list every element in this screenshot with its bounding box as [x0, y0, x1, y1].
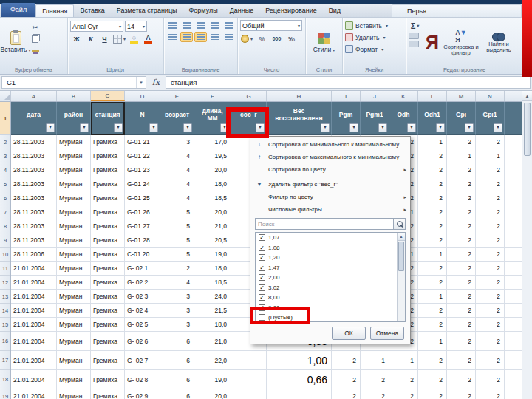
cell[interactable]: 28.11.2003 [11, 149, 57, 163]
cell[interactable]: 2 [447, 370, 476, 389]
cell[interactable]: G- 02 4 [125, 304, 160, 318]
row-number-13[interactable]: 13 [0, 290, 10, 304]
cell[interactable]: 2 [447, 262, 476, 276]
cell[interactable]: 2 [476, 318, 505, 332]
cell[interactable]: 2 [476, 248, 505, 262]
filter-dropdown-button[interactable]: ▼ [494, 123, 502, 132]
cell[interactable]: 21.01.2004 [11, 276, 57, 290]
checkbox-checked-icon[interactable]: ✓ [259, 284, 265, 291]
orientation-button[interactable] [208, 20, 221, 30]
header-cell-L[interactable]: Odh1▼ [418, 102, 447, 135]
cell[interactable]: 4 [160, 149, 194, 163]
cell[interactable]: 2 [476, 332, 505, 351]
cell[interactable]: 1 [389, 351, 418, 370]
cell[interactable]: 6 [160, 370, 194, 389]
row-number-14[interactable]: 14 [0, 304, 10, 318]
paste-button[interactable]: Вставить▾ [2, 20, 29, 65]
checkbox-checked-icon[interactable]: ✓ [259, 274, 265, 281]
cell[interactable]: 19,5 [194, 149, 231, 163]
cell[interactable]: Гремиха [91, 233, 125, 248]
cell[interactable]: 2 [418, 219, 447, 233]
checkbox-checked-icon[interactable]: ✓ [259, 294, 265, 301]
cell[interactable]: 2 [418, 389, 447, 399]
menu-number-filters[interactable]: Числовые фильтры▸ [250, 203, 410, 216]
cell[interactable]: 18,0 [194, 318, 231, 332]
cell[interactable]: 21.01.2004 [11, 332, 57, 351]
row-number-10[interactable]: 10 [0, 248, 10, 262]
cell[interactable]: 2 [160, 262, 194, 276]
cell[interactable]: 6 [160, 351, 194, 370]
copy-button[interactable] [29, 33, 41, 44]
ya-macro-button[interactable]: Я [423, 33, 441, 52]
header-cell-N[interactable]: Gpi1▼ [476, 102, 505, 135]
column-letter-I[interactable]: I [332, 91, 361, 101]
insert-cells-button[interactable]: Вставить▾ [345, 20, 403, 31]
cell[interactable]: 2 [476, 276, 505, 290]
styles-button[interactable]: Стили▾ [313, 33, 335, 53]
cell[interactable] [505, 389, 522, 399]
header-cell-A[interactable]: дата▼ [11, 102, 57, 135]
row-number-5[interactable]: 5 [0, 177, 10, 191]
cell[interactable]: Гремиха [91, 163, 125, 177]
cell[interactable]: Мурман [57, 205, 91, 219]
cell[interactable]: 4 [160, 276, 194, 290]
cell[interactable]: 28.11.2003 [11, 163, 57, 177]
cell[interactable]: 20,0 [194, 163, 231, 177]
tab-Файл[interactable]: Файл [1, 3, 35, 17]
column-letter-H[interactable]: H [267, 91, 332, 101]
cell[interactable]: Мурман [57, 191, 91, 205]
cell[interactable]: 2 [418, 177, 447, 191]
cell[interactable]: G- 02 3 [125, 290, 160, 304]
cell[interactable] [505, 219, 522, 233]
cell[interactable]: 2 [418, 351, 447, 370]
cell[interactable]: Гремиха [91, 389, 125, 399]
cell[interactable]: Мурман [57, 276, 91, 290]
cell[interactable]: Мурман [57, 219, 91, 233]
cell[interactable]: 2 [418, 318, 447, 332]
cell[interactable]: 24,0 [194, 290, 231, 304]
cell[interactable]: 19,0 [194, 370, 231, 389]
row-number-8[interactable]: 8 [0, 219, 10, 233]
cell[interactable] [505, 351, 522, 370]
cell[interactable]: Гремиха [91, 248, 125, 262]
cell[interactable]: 4 [160, 177, 194, 191]
cell[interactable]: G- 02 5 [125, 318, 160, 332]
cell[interactable] [505, 177, 522, 191]
cut-button[interactable]: ✂ [29, 21, 41, 33]
cell[interactable]: 2 [389, 389, 418, 399]
cell[interactable]: 2 [361, 370, 389, 389]
bold-button[interactable]: Ж [70, 33, 83, 44]
cell[interactable]: 5 [160, 248, 194, 262]
menu-filter-by-color[interactable]: Фильтр по цвету▸ [250, 191, 410, 203]
cell[interactable]: 1 [418, 135, 447, 149]
scrollbar-thumb[interactable] [524, 103, 531, 156]
cell[interactable]: G-01 25 [125, 191, 160, 205]
select-all-corner[interactable] [0, 91, 11, 101]
cell[interactable]: 2 [447, 191, 476, 205]
cell[interactable]: 21.01.2004 [11, 290, 57, 304]
cell[interactable]: 28.11.2006 [11, 248, 57, 262]
cell[interactable]: 28.11.2003 [11, 191, 57, 205]
filter-value-item[interactable]: ✓1,20 [256, 253, 396, 263]
cell[interactable] [231, 351, 267, 370]
cell[interactable]: 2 [476, 290, 505, 304]
cell[interactable]: 2 [332, 370, 361, 389]
cell[interactable]: G-01 26 [125, 205, 160, 219]
borders-button[interactable]: ▾ [112, 33, 126, 44]
cell[interactable]: 18,0 [194, 262, 231, 276]
column-letter-G[interactable]: G [231, 91, 267, 101]
column-letter-C[interactable]: C [91, 91, 125, 101]
cell[interactable]: G- 02 7 [125, 351, 160, 370]
row-number-6[interactable]: 6 [0, 191, 10, 205]
find-select-button[interactable]: Найти и выделить [481, 33, 516, 53]
align-center-button[interactable] [180, 32, 193, 42]
column-letter-E[interactable]: E [160, 91, 194, 101]
cell[interactable]: 18,0 [194, 177, 231, 191]
cell[interactable]: 2 [447, 304, 476, 318]
merge-center-button[interactable] [222, 32, 235, 42]
cell[interactable]: Мурман [57, 332, 91, 351]
tab-Данные[interactable]: Данные [224, 4, 260, 17]
cell[interactable]: 2 [447, 135, 476, 149]
cell[interactable]: 2 [476, 262, 505, 276]
filter-dropdown-button[interactable]: ▼ [149, 123, 158, 132]
